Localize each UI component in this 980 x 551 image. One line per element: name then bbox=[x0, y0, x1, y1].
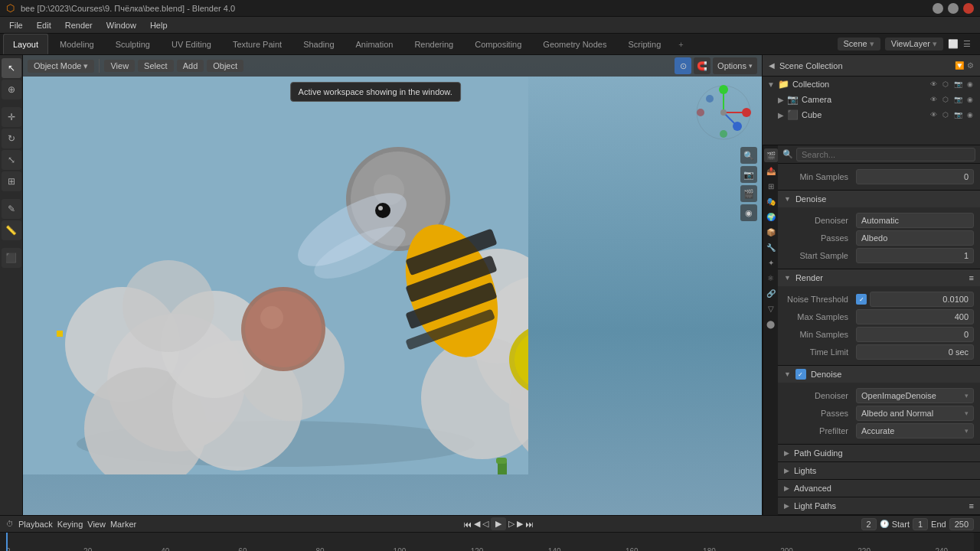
tab-sculpting[interactable]: Sculpting bbox=[106, 34, 160, 54]
material-view-tool[interactable]: ◉ bbox=[740, 204, 757, 221]
tab-animation[interactable]: Animation bbox=[346, 34, 403, 54]
timeline-icon[interactable]: ⏱ bbox=[6, 520, 14, 528]
jump-to-end-button[interactable]: ⏭ bbox=[525, 520, 534, 529]
properties-search-input[interactable] bbox=[796, 148, 975, 161]
end-frame-field[interactable]: 250 bbox=[949, 518, 974, 530]
camera-rend-icon[interactable]: ◉ bbox=[965, 94, 975, 105]
particles-props-tab[interactable]: ✦ bbox=[764, 256, 778, 269]
screen-settings-icon[interactable]: ☰ bbox=[963, 39, 971, 49]
render-view-tool[interactable]: 🎬 bbox=[740, 185, 757, 202]
max-samples-value[interactable]: 400 bbox=[856, 309, 974, 324]
render-section-header[interactable]: ▼ Render ≡ bbox=[778, 269, 980, 286]
render-props-tab[interactable]: 🎬 bbox=[764, 148, 778, 162]
keying-menu[interactable]: Keying bbox=[57, 520, 83, 529]
denoise-top-header[interactable]: ▼ Denoise bbox=[778, 191, 980, 207]
path-guiding-header[interactable]: ▶ Path Guiding bbox=[778, 445, 980, 461]
panel-collapse-icon[interactable]: ◀ bbox=[769, 61, 775, 70]
min-samples-value[interactable]: 0 bbox=[856, 169, 974, 184]
close-button[interactable] bbox=[963, 3, 974, 14]
3d-viewport[interactable]: Object Mode ▾ View Select Add Object ⊙ 🧲… bbox=[23, 55, 762, 515]
settings-icon[interactable]: ⚙ bbox=[967, 61, 974, 70]
camera-icon[interactable]: 📷 bbox=[952, 79, 963, 90]
tab-rendering[interactable]: Rendering bbox=[404, 34, 463, 54]
viewport-gizmo[interactable] bbox=[693, 82, 754, 143]
output-props-tab[interactable]: 📤 bbox=[764, 164, 778, 178]
cursor-tool-button[interactable]: ⊕ bbox=[2, 80, 21, 99]
add-workspace-button[interactable]: + bbox=[672, 34, 689, 54]
start-sample-value[interactable]: 1 bbox=[856, 248, 974, 263]
proportional-editing-button[interactable]: ⊙ bbox=[675, 57, 691, 74]
render-list-icon[interactable]: ≡ bbox=[969, 273, 974, 282]
start-frame-field[interactable]: 1 bbox=[913, 518, 928, 530]
denoiser-value[interactable]: Automatic bbox=[856, 213, 974, 228]
world-props-tab[interactable]: 🌍 bbox=[764, 210, 778, 223]
light-paths-list-icon[interactable]: ≡ bbox=[969, 501, 974, 510]
constraints-props-tab[interactable]: 🔗 bbox=[764, 286, 778, 300]
cube-rend-icon[interactable]: ◉ bbox=[965, 109, 975, 120]
render-icon[interactable]: ◉ bbox=[965, 79, 975, 90]
properties-scroll-area[interactable]: Min Samples 0 ▼ Denoise Denoiser bbox=[778, 164, 980, 515]
passes-bottom-value[interactable]: Albedo and Normal ▾ bbox=[856, 406, 974, 421]
denoise-bottom-header[interactable]: ▼ ✓ Denoise bbox=[778, 366, 980, 383]
tab-layout[interactable]: Layout bbox=[3, 34, 48, 54]
passes-top-value[interactable]: Albedo bbox=[856, 230, 974, 246]
options-button[interactable]: Options ▾ bbox=[713, 57, 757, 74]
outliner-row-cube[interactable]: ▶ ⬛ Cube 👁 ⬡ 📷 ◉ bbox=[763, 107, 980, 122]
light-paths-header[interactable]: ▶ Light Paths ≡ bbox=[778, 497, 980, 514]
scene-selector[interactable]: Scene ▾ bbox=[838, 37, 880, 51]
physics-props-tab[interactable]: ⚛ bbox=[764, 271, 778, 285]
lights-header[interactable]: ▶ Lights bbox=[778, 462, 980, 479]
add-menu[interactable]: Add bbox=[177, 60, 204, 72]
outliner-row-camera[interactable]: ▶ 📷 Camera 👁 ⬡ 📷 ◉ bbox=[763, 92, 980, 107]
jump-to-start-button[interactable]: ⏮ bbox=[463, 520, 472, 529]
timeline-ruler-area[interactable]: 2 20 40 60 80 100 120 140 160 180 200 22… bbox=[6, 533, 974, 551]
tab-compositing[interactable]: Compositing bbox=[465, 34, 531, 54]
object-mode-selector[interactable]: Object Mode ▾ bbox=[28, 60, 94, 73]
noise-threshold-checkbox[interactable]: ✓ bbox=[856, 294, 867, 305]
move-tool-button[interactable]: ✛ bbox=[2, 107, 21, 127]
view-layer-selector[interactable]: ViewLayer ▾ bbox=[885, 37, 943, 51]
current-frame-field[interactable]: 2 bbox=[861, 518, 877, 530]
rotate-tool-button[interactable]: ↻ bbox=[2, 129, 21, 148]
minimize-button[interactable] bbox=[933, 3, 943, 14]
prev-frame-button[interactable]: ◀ bbox=[474, 519, 480, 529]
material-props-tab[interactable]: ⬤ bbox=[764, 317, 778, 331]
modifier-props-tab[interactable]: 🔧 bbox=[764, 240, 778, 254]
maximize-button[interactable] bbox=[948, 3, 959, 14]
cube-sel-icon[interactable]: ⬡ bbox=[940, 109, 951, 120]
zoom-tool[interactable]: 🔍 bbox=[740, 147, 757, 164]
object-props-tab[interactable]: 📦 bbox=[764, 225, 778, 239]
data-props-tab[interactable]: ▽ bbox=[764, 302, 778, 315]
collection-expand-icon[interactable]: ▼ bbox=[767, 80, 775, 89]
play-button[interactable]: ▶ bbox=[491, 517, 506, 530]
camera-cam-icon[interactable]: 📷 bbox=[952, 94, 963, 105]
view-layer-props-tab[interactable]: ⊞ bbox=[764, 179, 778, 193]
camera-sel-icon[interactable]: ⬡ bbox=[940, 94, 951, 105]
screen-maximize-icon[interactable]: ⬜ bbox=[948, 39, 959, 49]
min-samples-render-value[interactable]: 0 bbox=[856, 327, 974, 342]
add-cube-button[interactable]: ⬛ bbox=[2, 248, 21, 268]
camera-eye-icon[interactable]: 👁 bbox=[928, 94, 939, 105]
scene-props-tab[interactable]: 🎭 bbox=[764, 194, 778, 208]
camera-view-tool[interactable]: 📷 bbox=[740, 166, 757, 183]
tab-uv-editing[interactable]: UV Editing bbox=[162, 34, 221, 54]
time-limit-value[interactable]: 0 sec bbox=[856, 344, 974, 360]
menu-file[interactable]: File bbox=[3, 19, 29, 31]
timeline-track[interactable]: 2 20 40 60 80 100 120 140 160 180 200 22… bbox=[0, 533, 980, 551]
view-menu[interactable]: View bbox=[104, 60, 135, 72]
tab-scripting[interactable]: Scripting bbox=[618, 34, 671, 54]
pointer-icon[interactable]: ⬡ bbox=[940, 79, 951, 90]
tab-texture-paint[interactable]: Texture Paint bbox=[223, 34, 292, 54]
view-menu-timeline[interactable]: View bbox=[87, 520, 106, 529]
snap-button[interactable]: 🧲 bbox=[694, 57, 710, 74]
prev-keyframe-button[interactable]: ◁ bbox=[482, 519, 488, 529]
menu-window[interactable]: Window bbox=[100, 19, 142, 31]
marker-menu[interactable]: Marker bbox=[110, 520, 136, 529]
denoise-checkbox[interactable]: ✓ bbox=[795, 369, 806, 380]
cube-cam-icon[interactable]: 📷 bbox=[952, 109, 963, 120]
cube-eye-icon[interactable]: 👁 bbox=[928, 109, 939, 120]
eye-icon[interactable]: 👁 bbox=[928, 79, 939, 90]
transform-tool-button[interactable]: ⊞ bbox=[2, 171, 21, 191]
object-menu[interactable]: Object bbox=[207, 60, 243, 72]
next-frame-button[interactable]: ▶ bbox=[517, 519, 523, 529]
